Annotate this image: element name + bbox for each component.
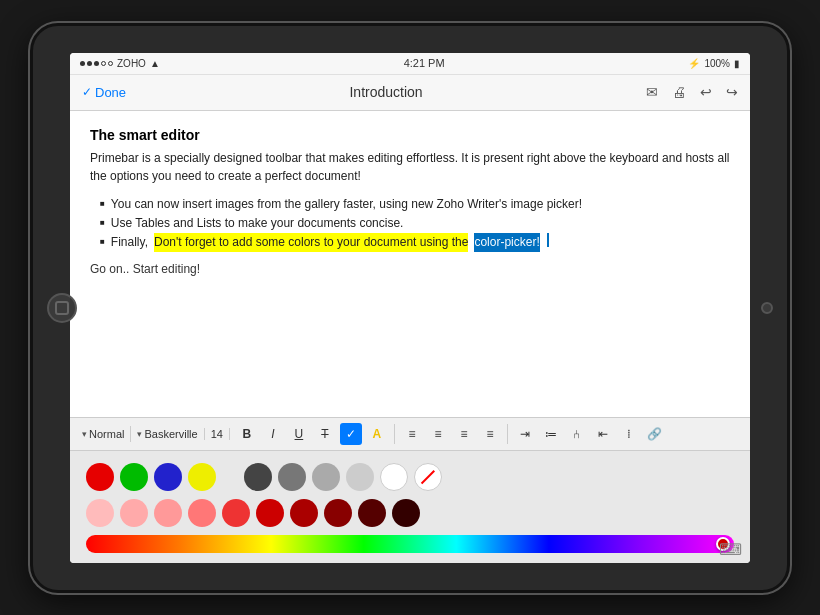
- toolbar-icons: ✉ 🖨 ↩ ↪: [646, 84, 738, 100]
- color-verylight[interactable]: [346, 463, 374, 491]
- color-row-reds: [86, 499, 734, 527]
- style-selector[interactable]: ▾ Normal: [78, 426, 131, 442]
- print-icon[interactable]: 🖨: [672, 84, 686, 100]
- bullet-2-text: Use Tables and Lists to make your docume…: [111, 214, 404, 233]
- bullet-1-text: You can now insert images from the galle…: [111, 195, 582, 214]
- signal-dot-2: [87, 61, 92, 66]
- underline-button[interactable]: U: [288, 423, 310, 445]
- redo-icon[interactable]: ↪: [726, 84, 738, 100]
- status-bar: ZOHO ▲ 4:21 PM ⚡ 100% ▮: [70, 53, 750, 75]
- done-label: Done: [95, 85, 126, 100]
- color-none[interactable]: [414, 463, 442, 491]
- undo-icon[interactable]: ↩: [700, 84, 712, 100]
- tablet: ZOHO ▲ 4:21 PM ⚡ 100% ▮ ✓ Done Introduct…: [30, 23, 790, 593]
- color-darkgray[interactable]: [244, 463, 272, 491]
- mail-icon[interactable]: ✉: [646, 84, 658, 100]
- color-red[interactable]: [86, 463, 114, 491]
- color-red-9[interactable]: [358, 499, 386, 527]
- color-medgray[interactable]: [278, 463, 306, 491]
- document-area: The smart editor Primebar is a specially…: [70, 111, 750, 417]
- align-left-button[interactable]: ≡: [401, 423, 423, 445]
- style-label: Normal: [89, 428, 124, 440]
- bold-button[interactable]: B: [236, 423, 258, 445]
- bluetooth-icon: ⚡: [688, 58, 700, 69]
- color-picker-area: ⌨: [70, 451, 750, 563]
- color-gradient-bar[interactable]: [86, 535, 734, 553]
- bullet-3-highlight-blue: color-picker!: [474, 233, 539, 252]
- link-button[interactable]: 🔗: [644, 423, 666, 445]
- wifi-icon: ▲: [150, 58, 160, 69]
- highlight-button[interactable]: A: [366, 423, 388, 445]
- bullet-list-button[interactable]: ≔: [540, 423, 562, 445]
- size-label: 14: [211, 428, 223, 440]
- bullet-3-highlight-yellow: Don't forget to add some colors to your …: [154, 233, 468, 252]
- signal-dot-4: [101, 61, 106, 66]
- font-label: Baskerville: [144, 428, 197, 440]
- list-item-2: Use Tables and Lists to make your docume…: [100, 214, 730, 233]
- italic-button[interactable]: I: [262, 423, 284, 445]
- text-cursor: [547, 233, 549, 247]
- color-red-3[interactable]: [154, 499, 182, 527]
- bullet-list: You can now insert images from the galle…: [100, 195, 730, 253]
- color-red-2[interactable]: [120, 499, 148, 527]
- app-toolbar: ✓ Done Introduction ✉ 🖨 ↩ ↪: [70, 75, 750, 111]
- document-title: Introduction: [134, 84, 638, 100]
- color-red-10[interactable]: [392, 499, 420, 527]
- color-lightgray[interactable]: [312, 463, 340, 491]
- done-button[interactable]: ✓ Done: [82, 85, 126, 100]
- indent-button[interactable]: ⇥: [514, 423, 536, 445]
- color-red-4[interactable]: [188, 499, 216, 527]
- toolbar-divider-1: [394, 424, 395, 444]
- side-button-right[interactable]: [761, 302, 773, 314]
- doc-body-text[interactable]: Primebar is a specially designed toolbar…: [90, 149, 730, 185]
- color-green[interactable]: [120, 463, 148, 491]
- signal-dot-1: [80, 61, 85, 66]
- signal-dot-5: [108, 61, 113, 66]
- battery-label: 100%: [704, 58, 730, 69]
- signal-dot-3: [94, 61, 99, 66]
- align-justify-button[interactable]: ≡: [479, 423, 501, 445]
- color-gradient-row: [86, 535, 734, 553]
- home-button[interactable]: [47, 293, 77, 323]
- carrier-label: ZOHO: [117, 58, 146, 69]
- outdent-button[interactable]: ⇤: [592, 423, 614, 445]
- list-item-3: Finally, Don't forget to add some colors…: [100, 233, 730, 252]
- align-right-button[interactable]: ≡: [453, 423, 475, 445]
- color-row-main: [86, 463, 734, 491]
- size-selector[interactable]: 14: [211, 428, 230, 440]
- color-red-6[interactable]: [256, 499, 284, 527]
- color-white[interactable]: [380, 463, 408, 491]
- screen: ZOHO ▲ 4:21 PM ⚡ 100% ▮ ✓ Done Introduct…: [70, 53, 750, 563]
- color-yellow[interactable]: [188, 463, 216, 491]
- font-selector[interactable]: ▾ Baskerville: [137, 428, 204, 440]
- more-options-button[interactable]: ⁞: [618, 423, 640, 445]
- doc-heading: The smart editor: [90, 127, 730, 143]
- status-right: ⚡ 100% ▮: [688, 58, 740, 69]
- keyboard-button[interactable]: ⌨: [719, 540, 742, 559]
- check-button[interactable]: ✓: [340, 423, 362, 445]
- color-blue[interactable]: [154, 463, 182, 491]
- numbered-list-button[interactable]: ⑃: [566, 423, 588, 445]
- checkmark-icon: ✓: [82, 85, 92, 99]
- battery-icon: ▮: [734, 58, 740, 69]
- align-center-button[interactable]: ≡: [427, 423, 449, 445]
- color-red-8[interactable]: [324, 499, 352, 527]
- bullet-3-text-1: Finally,: [111, 233, 148, 252]
- home-button-inner: [55, 301, 69, 315]
- edit-toolbar: ▾ Normal ▾ Baskerville 14 B I U T ✓ A ≡ …: [70, 417, 750, 451]
- status-left: ZOHO ▲: [80, 58, 160, 69]
- style-caret: ▾: [82, 429, 87, 439]
- font-caret: ▾: [137, 429, 142, 439]
- color-red-7[interactable]: [290, 499, 318, 527]
- color-red-1[interactable]: [86, 499, 114, 527]
- signal-dots: [80, 61, 113, 66]
- time-display: 4:21 PM: [404, 57, 445, 69]
- color-red-5[interactable]: [222, 499, 250, 527]
- doc-prompt: Go on.. Start editing!: [90, 262, 730, 276]
- toolbar-divider-2: [507, 424, 508, 444]
- strikethrough-button[interactable]: T: [314, 423, 336, 445]
- list-item-1: You can now insert images from the galle…: [100, 195, 730, 214]
